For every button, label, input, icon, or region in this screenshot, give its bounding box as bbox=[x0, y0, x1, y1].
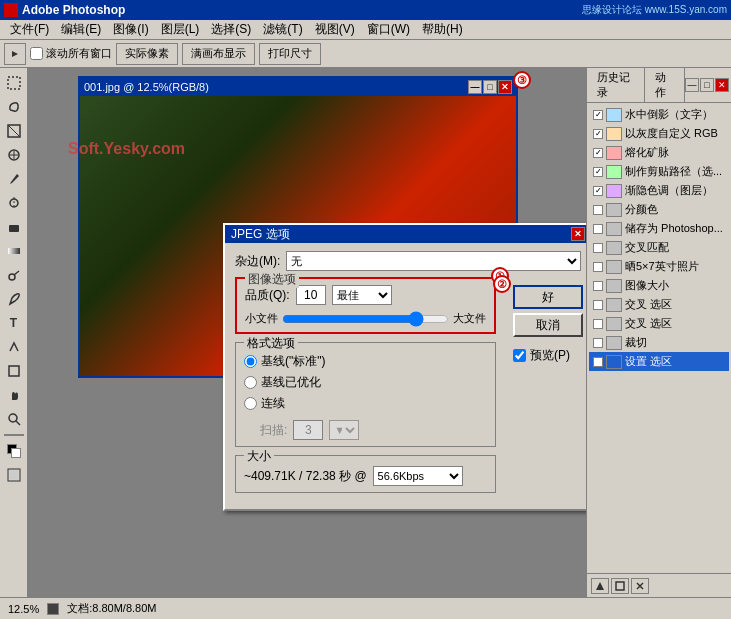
dialog-buttons: ② 好 取消 预览(P) bbox=[513, 285, 583, 364]
actions-tab[interactable]: 动作 bbox=[645, 68, 685, 102]
svg-rect-10 bbox=[8, 248, 20, 254]
toolbar-arrow-icon[interactable] bbox=[4, 43, 26, 65]
tool-pen[interactable] bbox=[3, 288, 25, 310]
panel-delete[interactable] bbox=[631, 578, 649, 594]
app-title: Adobe Photoshop bbox=[22, 3, 125, 17]
tool-clone[interactable] bbox=[3, 192, 25, 214]
hi-label-6: 储存为 Photoshop... bbox=[625, 221, 723, 236]
main-area: T Soft.Yesky.com bbox=[0, 68, 731, 597]
hi-label-1: 以灰度自定义 RGB bbox=[625, 126, 718, 141]
hi-icon-11 bbox=[606, 317, 622, 331]
history-item-9[interactable]: 图像大小 bbox=[589, 276, 729, 295]
dialog-close-btn[interactable]: ✕ bbox=[571, 227, 585, 241]
ok-btn[interactable]: 好 bbox=[513, 285, 583, 309]
tool-text[interactable]: T bbox=[3, 312, 25, 334]
tool-path-select[interactable] bbox=[3, 336, 25, 358]
panel-close[interactable]: ✕ bbox=[715, 78, 729, 92]
tool-zoom[interactable] bbox=[3, 408, 25, 430]
radio-progressive-input[interactable] bbox=[244, 397, 257, 410]
image-window-maximize[interactable]: □ bbox=[483, 80, 497, 94]
history-item-4[interactable]: ✓ 渐隐色调（图层） bbox=[589, 181, 729, 200]
cancel-btn[interactable]: 取消 bbox=[513, 313, 583, 337]
actual-pixels-btn[interactable]: 实际像素 bbox=[116, 43, 178, 65]
hi-checkbox-12 bbox=[593, 338, 603, 348]
panel-new-snapshot[interactable] bbox=[591, 578, 609, 594]
menu-select[interactable]: 选择(S) bbox=[205, 19, 257, 40]
image-window-controls: — □ ✕ ③ bbox=[468, 80, 512, 94]
hi-checkbox-13 bbox=[593, 357, 603, 367]
tool-foreground-color[interactable] bbox=[3, 440, 25, 462]
history-item-1[interactable]: ✓ 以灰度自定义 RGB bbox=[589, 124, 729, 143]
tool-gradient[interactable] bbox=[3, 240, 25, 262]
history-item-13[interactable]: 设置 选区 bbox=[589, 352, 729, 371]
menu-window[interactable]: 窗口(W) bbox=[361, 19, 416, 40]
radio-baseline-optimized[interactable]: 基线已优化 bbox=[244, 374, 487, 391]
tool-dodge[interactable] bbox=[3, 264, 25, 286]
tool-brush[interactable] bbox=[3, 168, 25, 190]
radio-baseline[interactable]: 基线("标准") bbox=[244, 353, 487, 370]
history-item-7[interactable]: 交叉匹配 bbox=[589, 238, 729, 257]
history-tab[interactable]: 历史记录 bbox=[587, 68, 645, 102]
history-item-0[interactable]: ✓ 水中倒影（文字） bbox=[589, 105, 729, 124]
size-speed-select[interactable]: 56.6Kbps bbox=[373, 466, 463, 486]
svg-marker-0 bbox=[12, 51, 18, 57]
tool-shape[interactable] bbox=[3, 360, 25, 382]
quality-slider[interactable] bbox=[282, 313, 449, 325]
tool-hand[interactable] bbox=[3, 384, 25, 406]
hi-icon-0 bbox=[606, 108, 622, 122]
history-item-2[interactable]: ✓ 熔化矿脉 bbox=[589, 143, 729, 162]
menu-file[interactable]: 文件(F) bbox=[4, 19, 55, 40]
print-size-btn[interactable]: 打印尺寸 bbox=[259, 43, 321, 65]
hi-checkbox-2: ✓ bbox=[593, 148, 603, 158]
svg-marker-18 bbox=[596, 582, 604, 590]
history-item-11[interactable]: 交叉 选区 bbox=[589, 314, 729, 333]
svg-line-15 bbox=[16, 421, 20, 425]
radio-baseline-opt-input[interactable] bbox=[244, 376, 257, 389]
radio-baseline-input[interactable] bbox=[244, 355, 257, 368]
history-item-10[interactable]: 交叉 选区 bbox=[589, 295, 729, 314]
radio-progressive-label: 连续 bbox=[261, 395, 285, 412]
menu-help[interactable]: 帮助(H) bbox=[416, 19, 469, 40]
scan-input bbox=[293, 420, 323, 440]
hi-label-4: 渐隐色调（图层） bbox=[625, 183, 713, 198]
matte-select[interactable]: 无 bbox=[286, 251, 581, 271]
scroll-all-checkbox[interactable] bbox=[30, 47, 43, 60]
panel-minimize[interactable]: — bbox=[685, 78, 699, 92]
history-item-5[interactable]: 分颜色 bbox=[589, 200, 729, 219]
menu-filter[interactable]: 滤镜(T) bbox=[257, 19, 308, 40]
history-item-3[interactable]: ✓ 制作剪贴路径（选... bbox=[589, 162, 729, 181]
image-window-minimize[interactable]: — bbox=[468, 80, 482, 94]
hi-icon-9 bbox=[606, 279, 622, 293]
tool-heal[interactable] bbox=[3, 144, 25, 166]
tool-marquee[interactable] bbox=[3, 72, 25, 94]
menu-layer[interactable]: 图层(L) bbox=[155, 19, 206, 40]
history-item-12[interactable]: 裁切 bbox=[589, 333, 729, 352]
svg-rect-1 bbox=[8, 77, 20, 89]
jpeg-dialog: JPEG 选项 ✕ 杂边(M): 无 图像选项 ① 品质(Q): bbox=[223, 223, 586, 511]
preview-checkbox[interactable] bbox=[513, 349, 526, 362]
radio-progressive[interactable]: 连续 bbox=[244, 395, 487, 412]
quality-select[interactable]: 最佳 bbox=[332, 285, 392, 305]
tool-crop[interactable] bbox=[3, 120, 25, 142]
tool-mode[interactable] bbox=[3, 464, 25, 486]
menu-image[interactable]: 图像(I) bbox=[107, 19, 154, 40]
history-item-6[interactable]: 储存为 Photoshop... bbox=[589, 219, 729, 238]
image-window-close[interactable]: ✕ ③ bbox=[498, 80, 512, 94]
tool-eraser[interactable] bbox=[3, 216, 25, 238]
quality-input[interactable] bbox=[296, 285, 326, 305]
menu-view[interactable]: 视图(V) bbox=[309, 19, 361, 40]
scroll-all-checkbox-label[interactable]: 滚动所有窗口 bbox=[30, 46, 112, 61]
hi-icon-4 bbox=[606, 184, 622, 198]
hi-checkbox-0: ✓ bbox=[593, 110, 603, 120]
hi-checkbox-9 bbox=[593, 281, 603, 291]
history-item-8[interactable]: 晒5×7英寸照片 bbox=[589, 257, 729, 276]
menu-edit[interactable]: 编辑(E) bbox=[55, 19, 107, 40]
preview-label: 预览(P) bbox=[530, 347, 570, 364]
tool-lasso[interactable] bbox=[3, 96, 25, 118]
app-icon bbox=[4, 3, 18, 17]
panel-maximize[interactable]: □ bbox=[700, 78, 714, 92]
panel-new-layer[interactable] bbox=[611, 578, 629, 594]
svg-point-14 bbox=[9, 414, 17, 422]
panel-bottom-bar bbox=[587, 573, 731, 597]
fit-canvas-btn[interactable]: 满画布显示 bbox=[182, 43, 255, 65]
